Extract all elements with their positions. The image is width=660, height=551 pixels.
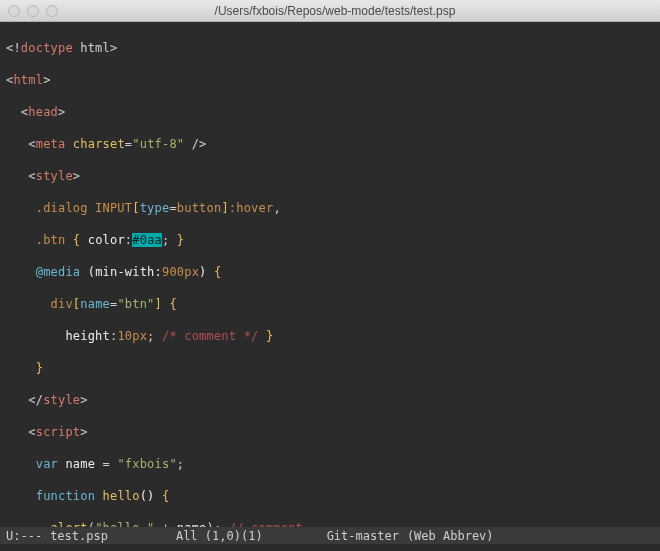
editor-area[interactable]: <!doctype html> <html> <head> <meta char… xyxy=(0,22,660,526)
window-title: /Users/fxbois/Repos/web-mode/tests/test.… xyxy=(70,3,660,19)
code-line: <meta charset="utf-8" /> xyxy=(6,136,654,152)
modeline-vc: Git-master xyxy=(327,528,399,544)
code-line: @media (min-with:900px) { xyxy=(6,264,654,280)
code-line: div[name="btn"] { xyxy=(6,296,654,312)
modeline-filename: test.psp xyxy=(50,528,108,544)
code-line: <!doctype html> xyxy=(6,40,654,56)
modeline-mode: (Web Abbrev) xyxy=(407,528,494,544)
code-line: <script> xyxy=(6,424,654,440)
code-line: function hello() { xyxy=(6,488,654,504)
minimize-icon[interactable] xyxy=(27,5,39,17)
traffic-lights[interactable] xyxy=(8,5,58,17)
code-line: <head> xyxy=(6,104,654,120)
close-icon[interactable] xyxy=(8,5,20,17)
zoom-icon[interactable] xyxy=(46,5,58,17)
code-line: .btn { color:#0aa; } xyxy=(6,232,654,248)
color-hex-highlight: #0aa xyxy=(132,233,162,247)
code-line: var name = "fxbois"; xyxy=(6,456,654,472)
modeline-encoding: U:--- xyxy=(6,528,42,544)
code-line: </style> xyxy=(6,392,654,408)
code-line: <style> xyxy=(6,168,654,184)
modeline-position: All (1,0)(1) xyxy=(176,528,263,544)
window-titlebar: /Users/fxbois/Repos/web-mode/tests/test.… xyxy=(0,0,660,22)
code-line: .dialog INPUT[type=button]:hover, xyxy=(6,200,654,216)
code-line: height:10px; /* comment */ } xyxy=(6,328,654,344)
code-line: } xyxy=(6,360,654,376)
minibuffer[interactable] xyxy=(0,544,660,551)
code-line: <html> xyxy=(6,72,654,88)
modeline: U:--- test.psp All (1,0)(1) Git-master (… xyxy=(0,527,660,544)
